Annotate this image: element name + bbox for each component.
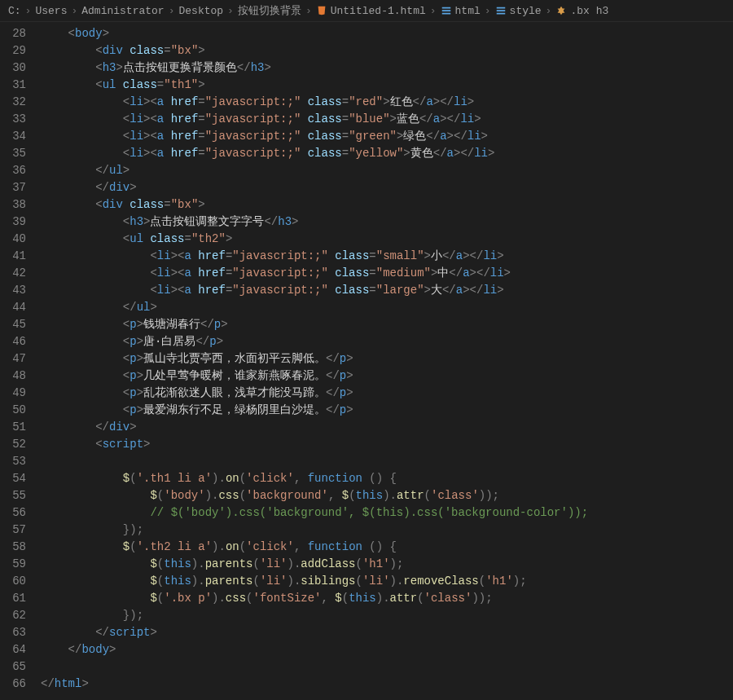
code-line[interactable]: <h3>点击按钮调整文字字号</h3> [41, 214, 733, 231]
line-number: 48 [0, 368, 26, 385]
breadcrumb-item[interactable]: Administrator [81, 5, 164, 17]
line-number: 61 [0, 590, 26, 607]
line-number: 36 [0, 162, 26, 179]
line-number: 39 [0, 214, 26, 231]
code-line[interactable]: <li><a href="javascript:;" class="large"… [41, 282, 733, 299]
breadcrumb-label: Untitled-1.html [331, 5, 426, 17]
line-number: 65 [0, 658, 26, 676]
line-number: 64 [0, 641, 26, 658]
line-number: 42 [0, 265, 26, 282]
code-line[interactable]: $('.bx p').css('fontSize', $(this).attr(… [41, 590, 733, 607]
code-line[interactable]: </div> [41, 419, 733, 436]
symbol-class-icon [555, 5, 567, 16]
breadcrumb-item[interactable]: Untitled-1.html [316, 5, 426, 17]
line-number: 33 [0, 111, 26, 128]
code-line[interactable]: <li><a href="javascript:;" class="yellow… [41, 145, 733, 162]
code-line[interactable]: <li><a href="javascript:;" class="red">红… [41, 94, 733, 111]
line-number: 49 [0, 385, 26, 402]
code-line[interactable]: </body> [41, 641, 733, 658]
line-number: 51 [0, 419, 26, 436]
breadcrumb-label: Users [35, 5, 67, 17]
breadcrumb-item[interactable]: Desktop [178, 5, 223, 17]
breadcrumb-label: .bx h3 [570, 5, 608, 17]
code-line[interactable]: <p>钱塘湖春行</p> [41, 316, 733, 333]
code-line[interactable]: <div class="bx"> [41, 42, 733, 59]
breadcrumb-label: html [455, 5, 481, 17]
breadcrumb-label: Administrator [81, 5, 164, 17]
breadcrumb-label: 按钮切换背景 [238, 3, 301, 18]
code-line[interactable]: <li><a href="javascript:;" class="small"… [41, 248, 733, 265]
line-number: 66 [0, 676, 26, 693]
code-line[interactable] [41, 453, 733, 470]
line-number: 55 [0, 487, 26, 504]
code-line[interactable]: </ul> [41, 299, 733, 316]
code-line[interactable]: <body> [41, 25, 733, 42]
code-line[interactable]: <div class="bx"> [41, 196, 733, 214]
symbol-struct-icon [441, 5, 452, 16]
chevron-right-icon: › [169, 5, 175, 17]
line-number: 54 [0, 470, 26, 487]
code-line[interactable]: $('body').css('background', $(this).attr… [41, 487, 733, 504]
line-number: 57 [0, 522, 26, 539]
code-line[interactable]: <script> [41, 436, 733, 453]
breadcrumb-item[interactable]: .bx h3 [555, 5, 608, 17]
breadcrumb-label: C: [8, 5, 21, 17]
code-line[interactable]: <li><a href="javascript:;" class="blue">… [41, 111, 733, 128]
breadcrumb-label: style [510, 5, 542, 17]
code-line[interactable] [41, 658, 733, 676]
line-number: 63 [0, 624, 26, 641]
line-number: 34 [0, 128, 26, 145]
code-line[interactable]: <p>乱花渐欲迷人眼，浅草才能没马蹄。</p> [41, 385, 733, 402]
line-number: 47 [0, 350, 26, 368]
code-line[interactable]: </ul> [41, 162, 733, 179]
breadcrumb-item[interactable]: style [495, 5, 542, 17]
code-line[interactable]: }); [41, 607, 733, 624]
line-number: 46 [0, 333, 26, 350]
code-line[interactable]: $('.th1 li a').on('click', function () { [41, 470, 733, 487]
code-line[interactable]: </script> [41, 624, 733, 641]
code-line[interactable]: <ul class="th2"> [41, 231, 733, 248]
line-number: 40 [0, 231, 26, 248]
line-number: 35 [0, 145, 26, 162]
chevron-right-icon: › [71, 5, 77, 17]
line-number: 32 [0, 94, 26, 111]
line-number: 31 [0, 77, 26, 94]
line-number: 58 [0, 539, 26, 556]
line-number: 53 [0, 453, 26, 470]
code-line[interactable]: $(this).parents('li').siblings('li').rem… [41, 573, 733, 590]
code-line[interactable]: <li><a href="javascript:;" class="medium… [41, 265, 733, 282]
line-number: 60 [0, 573, 26, 590]
breadcrumb-item[interactable]: html [441, 5, 481, 17]
breadcrumb-item[interactable]: C: [8, 5, 21, 17]
code-line[interactable]: <p>最爱湖东行不足，绿杨阴里白沙堤。</p> [41, 402, 733, 419]
code-line[interactable]: $(this).parents('li').addClass('h1'); [41, 556, 733, 573]
line-number: 37 [0, 179, 26, 196]
code-line[interactable]: <p>孤山寺北贾亭西，水面初平云脚低。</p> [41, 350, 733, 368]
line-gutter: 2829303132333435363738394041424344454647… [0, 25, 41, 693]
line-number: 41 [0, 248, 26, 265]
code-line[interactable]: }); [41, 522, 733, 539]
chevron-right-icon: › [546, 5, 552, 17]
line-number: 43 [0, 282, 26, 299]
code-line[interactable]: <p>几处早莺争暖树，谁家新燕啄春泥。</p> [41, 368, 733, 385]
code-line[interactable]: </html> [41, 676, 733, 693]
line-number: 28 [0, 25, 26, 42]
code-line[interactable]: $('.th2 li a').on('click', function () { [41, 539, 733, 556]
code-line[interactable]: <p>唐·白居易</p> [41, 333, 733, 350]
line-number: 52 [0, 436, 26, 453]
chevron-right-icon: › [485, 5, 491, 17]
breadcrumb-item[interactable]: Users [35, 5, 67, 17]
code-content[interactable]: <body> <div class="bx"> <h3>点击按钮更换背景颜色</… [41, 25, 733, 693]
code-line[interactable]: </div> [41, 179, 733, 196]
code-line[interactable]: <h3>点击按钮更换背景颜色</h3> [41, 59, 733, 77]
line-number: 44 [0, 299, 26, 316]
line-number: 59 [0, 556, 26, 573]
breadcrumb: C:›Users›Administrator›Desktop›按钮切换背景›Un… [0, 0, 733, 22]
line-number: 29 [0, 42, 26, 59]
code-line[interactable]: <li><a href="javascript:;" class="green"… [41, 128, 733, 145]
code-line[interactable]: <ul class="th1"> [41, 77, 733, 94]
breadcrumb-item[interactable]: 按钮切换背景 [238, 3, 301, 18]
code-editor[interactable]: 2829303132333435363738394041424344454647… [0, 22, 733, 693]
breadcrumb-label: Desktop [178, 5, 223, 17]
code-line[interactable]: // $('body').css('background', $(this).c… [41, 504, 733, 522]
